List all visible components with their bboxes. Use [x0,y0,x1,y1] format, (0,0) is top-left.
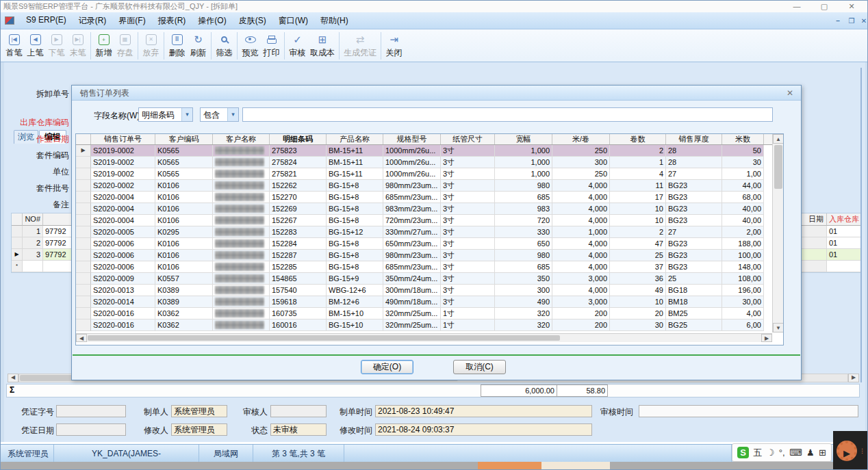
cell[interactable]: 3,000 [552,273,610,285]
filter-field-select[interactable]: 明细条码 ▾ [138,107,193,122]
cell[interactable]: S2020-0016 [91,308,155,319]
cell[interactable] [213,285,270,296]
vscroll-down-icon[interactable]: ▼ [773,323,784,332]
menu-item-6[interactable]: 窗口(W) [272,13,314,29]
row-selector[interactable] [76,157,91,168]
hscroll-right-icon[interactable]: ▶ [848,374,859,382]
prev-record-button[interactable]: ◀上笔 [25,31,46,59]
cell[interactable]: 4,000 [552,250,610,261]
menu-item-5[interactable]: 皮肤(S) [233,13,272,29]
cell[interactable] [213,180,270,192]
cell[interactable]: BG-15+8 [327,238,383,250]
preview-button[interactable]: 预览 [240,31,261,59]
row-selector[interactable] [76,261,91,273]
menu-item-1[interactable]: 记录(R) [73,13,113,29]
cell[interactable]: 490mm/18um... [383,296,441,308]
mdi-restore-icon[interactable]: ❐ [845,16,858,27]
cell[interactable]: 25 [610,250,666,261]
cell[interactable]: 685mm/23um... [383,192,441,203]
cell[interactable]: 980mm/23um... [383,250,441,261]
cell[interactable]: K0106 [155,215,213,226]
cell[interactable]: 490 [495,296,552,308]
cell[interactable]: 4,000 [552,261,610,273]
cell[interactable]: BG-15+9 [327,273,383,285]
cell[interactable]: 152270 [270,192,327,203]
cell[interactable]: S2020-0004 [91,215,155,226]
table-row[interactable]: S2020-0009K0557154865BG-15+9350mm/24um..… [76,273,783,285]
cell[interactable]: 350 [495,273,552,285]
cell[interactable]: BM-12+6 [327,296,383,308]
cell[interactable]: K0362 [155,319,213,331]
footer-input-修改时间[interactable]: 2021-08-24 09:03:37 [375,423,592,436]
cell[interactable]: BG23 [666,180,722,192]
cell[interactable]: 30 [610,319,666,331]
cell[interactable]: 30,00 [722,296,764,308]
cell[interactable] [213,157,270,168]
cell[interactable]: K0106 [155,238,213,250]
cell[interactable]: K0106 [155,203,213,215]
cell[interactable]: 3寸 [441,250,495,261]
filter-search-button[interactable]: 筛选 [214,31,235,59]
cell[interactable] [213,203,270,215]
cell[interactable]: 300 [495,285,552,296]
cell[interactable]: 250 [552,168,610,180]
table-row[interactable]: S2020-0006K0106152287BG-15+8980mm/23um..… [76,250,783,261]
cell[interactable]: 152262 [270,180,327,192]
cell[interactable]: 11 [610,180,666,192]
cell[interactable]: S2019-0002 [91,157,155,168]
cell[interactable]: 300mm/18um... [383,285,441,296]
cell[interactable]: 2,00 [722,226,764,238]
cell[interactable]: 160016 [270,319,327,331]
cell-warehouse[interactable]: 01 [827,237,861,249]
cell[interactable]: 2 [610,145,666,157]
cell[interactable]: S2020-0016 [91,319,155,331]
cell[interactable]: 4 [610,168,666,180]
cell[interactable]: 3寸 [441,285,495,296]
cell[interactable]: 196,00 [722,285,764,296]
moon-icon[interactable]: ☽ [767,448,775,457]
cell[interactable]: BM-15+11 [327,157,383,168]
cell[interactable]: K0362 [155,308,213,319]
cell[interactable]: 300 [552,157,610,168]
cell[interactable]: 28 [666,157,722,168]
cell[interactable]: 980mm/23um... [383,180,441,192]
person-skin-icon[interactable]: ♟ [806,448,815,457]
cell[interactable]: 1,00 [722,168,764,180]
table-row[interactable]: S2020-0004K0106152267BG-15+8720mm/23um..… [76,215,783,226]
cell[interactable]: 320 [495,319,552,331]
cell[interactable] [213,273,270,285]
cell[interactable]: 1 [23,226,43,237]
cell[interactable]: BG-15+12 [327,226,383,238]
cell[interactable]: 275823 [270,145,327,157]
cell[interactable]: BG23 [666,238,722,250]
taskbar-active-app[interactable] [478,462,541,470]
grid-header-7[interactable]: 宽幅 [495,134,552,144]
cell[interactable]: 2 [610,226,666,238]
row-selector[interactable] [76,308,91,319]
cell[interactable]: 28 [666,145,722,157]
filter-operator-select[interactable]: 包含 ▾ [200,107,239,122]
cell[interactable]: BG23 [666,215,722,226]
hscroll-right-icon[interactable]: ▶ [761,334,772,342]
refresh-button[interactable]: ↻刷新 [188,31,209,59]
cell[interactable]: 1 [610,157,666,168]
row-selector[interactable] [76,192,91,203]
cell[interactable] [213,168,270,180]
cell[interactable]: BG23 [666,203,722,215]
punctuation-icon[interactable]: °, [779,448,785,457]
grid-header-4[interactable]: 产品名称 [327,134,383,144]
cell[interactable]: 188,00 [722,238,764,250]
row-selector[interactable] [76,319,91,331]
cell[interactable]: 200 [552,308,610,319]
cell[interactable]: BM-15+10 [327,308,383,319]
cell[interactable]: S2020-0006 [91,238,155,250]
cell[interactable]: 650mm/23um... [383,238,441,250]
cell[interactable]: 20 [610,308,666,319]
cell[interactable]: S2020-0004 [91,203,155,215]
cell[interactable]: 685 [495,192,552,203]
cell-warehouse[interactable]: 01 [827,249,861,261]
cell[interactable]: 148,00 [722,261,764,273]
table-row[interactable]: S2020-0016K0362160016BG-15+10320mm/25um.… [76,319,783,331]
cell[interactable] [23,261,43,272]
taskbar-app[interactable] [541,462,610,470]
